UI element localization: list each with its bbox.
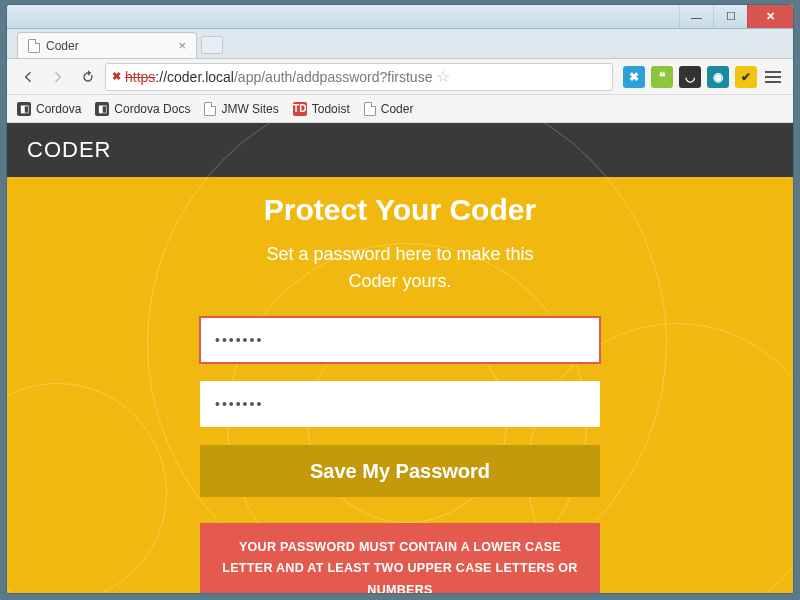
extension-icon[interactable]: ◡ (679, 66, 701, 88)
bookmark-icon: TD (293, 102, 307, 116)
bookmark-item[interactable]: ◧ Cordova Docs (95, 102, 190, 116)
url-host: ://coder.local (155, 69, 234, 85)
window-close-button[interactable]: ✕ (747, 5, 793, 28)
bookmark-label: JMW Sites (221, 102, 278, 116)
insecure-https-icon: ✖ (112, 70, 121, 83)
bookmark-icon (204, 102, 216, 116)
extension-icon[interactable]: ◉ (707, 66, 729, 88)
bookmark-item[interactable]: ◧ Cordova (17, 102, 81, 116)
url-protocol: https (125, 69, 155, 85)
confirm-password-field[interactable] (200, 381, 600, 427)
window-minimize-button[interactable]: — (679, 5, 713, 28)
browser-menu-button[interactable] (761, 65, 785, 89)
reload-icon (80, 69, 96, 85)
bookmark-icon: ◧ (17, 102, 31, 116)
bookmark-label: Coder (381, 102, 414, 116)
address-bar[interactable]: ✖ https://coder.local/app/auth/addpasswo… (105, 63, 613, 91)
password-field[interactable] (200, 317, 600, 363)
page-content: CODER Protect Your Coder Set a password … (7, 123, 793, 593)
password-error-message: YOUR PASSWORD MUST CONTAIN A LOWER CASE … (200, 523, 600, 593)
page-icon (28, 39, 40, 53)
window-maximize-button[interactable]: ☐ (713, 5, 747, 28)
bookmark-item[interactable]: TD Todoist (293, 102, 350, 116)
tab-title: Coder (46, 39, 79, 53)
save-password-button[interactable]: Save My Password (200, 445, 600, 497)
browser-toolbar: ✖ https://coder.local/app/auth/addpasswo… (7, 59, 793, 95)
page-subtitle: Set a password here to make this Coder y… (266, 241, 533, 295)
password-setup-panel: Protect Your Coder Set a password here t… (7, 177, 793, 593)
reload-button[interactable] (75, 64, 101, 90)
new-tab-button[interactable] (201, 36, 223, 54)
arrow-right-icon (50, 69, 66, 85)
extension-icon[interactable]: ✖ (623, 66, 645, 88)
bookmarks-bar: ◧ Cordova ◧ Cordova Docs JMW Sites TD To… (7, 95, 793, 123)
bookmark-item[interactable]: JMW Sites (204, 102, 278, 116)
extension-icon[interactable]: ✔ (735, 66, 757, 88)
bookmark-label: Cordova (36, 102, 81, 116)
tab-close-icon[interactable]: × (178, 38, 186, 53)
app-brand: CODER (27, 137, 111, 163)
page-title: Protect Your Coder (264, 193, 536, 227)
extension-icons: ✖ ❝ ◡ ◉ ✔ (623, 66, 757, 88)
bookmark-icon (364, 102, 376, 116)
back-button[interactable] (15, 64, 41, 90)
browser-tab[interactable]: Coder × (17, 32, 197, 58)
app-header: CODER (7, 123, 793, 177)
bookmark-icon: ◧ (95, 102, 109, 116)
browser-window: — ☐ ✕ Coder × ✖ https://coder.local/app/… (6, 4, 794, 594)
bookmark-label: Cordova Docs (114, 102, 190, 116)
tab-strip: Coder × (7, 29, 793, 59)
bookmark-item[interactable]: Coder (364, 102, 414, 116)
arrow-left-icon (20, 69, 36, 85)
forward-button[interactable] (45, 64, 71, 90)
window-titlebar: — ☐ ✕ (7, 5, 793, 29)
bookmark-label: Todoist (312, 102, 350, 116)
password-form: Save My Password (200, 317, 600, 497)
bookmark-star-icon[interactable]: ☆ (436, 67, 450, 86)
url-path: /app/auth/addpassword?firstuse (234, 69, 432, 85)
extension-icon[interactable]: ❝ (651, 66, 673, 88)
